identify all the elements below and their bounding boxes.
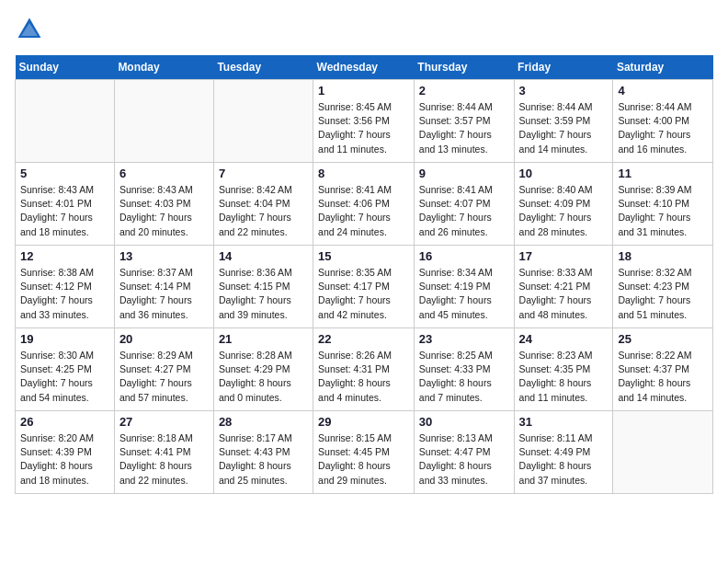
day-number: 12: [20, 249, 109, 263]
calendar-cell: 16Sunrise: 8:34 AM Sunset: 4:19 PM Dayli…: [414, 246, 514, 328]
cell-content: Sunrise: 8:43 AM Sunset: 4:03 PM Dayligh…: [119, 183, 209, 239]
calendar-cell: 1Sunrise: 8:45 AM Sunset: 3:56 PM Daylig…: [313, 80, 415, 163]
calendar-cell: 13Sunrise: 8:37 AM Sunset: 4:14 PM Dayli…: [114, 246, 213, 328]
calendar-cell: 11Sunrise: 8:39 AM Sunset: 4:10 PM Dayli…: [613, 163, 713, 246]
cell-content: Sunrise: 8:41 AM Sunset: 4:07 PM Dayligh…: [419, 183, 509, 239]
day-number: 28: [219, 415, 308, 429]
logo-icon: [15, 15, 44, 44]
cell-content: Sunrise: 8:34 AM Sunset: 4:19 PM Dayligh…: [419, 266, 509, 322]
weekday-header: Monday: [114, 55, 213, 80]
cell-content: Sunrise: 8:22 AM Sunset: 4:37 PM Dayligh…: [618, 349, 708, 405]
calendar-cell: 29Sunrise: 8:15 AM Sunset: 4:45 PM Dayli…: [313, 411, 415, 494]
day-number: 23: [419, 332, 509, 346]
calendar-cell: [114, 80, 213, 163]
cell-content: Sunrise: 8:13 AM Sunset: 4:47 PM Dayligh…: [419, 431, 509, 488]
calendar-cell: 2Sunrise: 8:44 AM Sunset: 3:57 PM Daylig…: [414, 80, 514, 163]
cell-content: Sunrise: 8:28 AM Sunset: 4:29 PM Dayligh…: [219, 349, 308, 405]
cell-content: Sunrise: 8:44 AM Sunset: 3:59 PM Dayligh…: [519, 100, 609, 156]
calendar-cell: 22Sunrise: 8:26 AM Sunset: 4:31 PM Dayli…: [313, 328, 415, 411]
day-number: 13: [119, 249, 209, 263]
cell-content: Sunrise: 8:40 AM Sunset: 4:09 PM Dayligh…: [519, 183, 609, 239]
cell-content: Sunrise: 8:44 AM Sunset: 3:57 PM Dayligh…: [419, 100, 509, 156]
day-number: 19: [20, 332, 109, 346]
day-number: 31: [519, 415, 609, 429]
day-number: 9: [419, 167, 509, 180]
cell-content: Sunrise: 8:26 AM Sunset: 4:31 PM Dayligh…: [318, 349, 409, 405]
weekday-header: Saturday: [613, 55, 713, 80]
day-number: 26: [20, 415, 109, 429]
calendar-cell: 9Sunrise: 8:41 AM Sunset: 4:07 PM Daylig…: [414, 163, 514, 246]
calendar-body: 1Sunrise: 8:45 AM Sunset: 3:56 PM Daylig…: [16, 80, 713, 494]
weekday-header: Friday: [514, 55, 613, 80]
calendar-cell: 4Sunrise: 8:44 AM Sunset: 4:00 PM Daylig…: [613, 80, 713, 163]
day-number: 15: [318, 249, 409, 263]
day-number: 3: [519, 84, 609, 98]
cell-content: Sunrise: 8:35 AM Sunset: 4:17 PM Dayligh…: [318, 266, 409, 322]
calendar-cell: 20Sunrise: 8:29 AM Sunset: 4:27 PM Dayli…: [114, 328, 213, 411]
day-number: 4: [618, 84, 708, 98]
day-number: 24: [519, 332, 609, 346]
calendar-cell: 5Sunrise: 8:43 AM Sunset: 4:01 PM Daylig…: [16, 163, 115, 246]
cell-content: Sunrise: 8:38 AM Sunset: 4:12 PM Dayligh…: [20, 266, 109, 322]
calendar-cell: [613, 411, 713, 494]
day-number: 8: [318, 167, 409, 180]
calendar-cell: 8Sunrise: 8:41 AM Sunset: 4:06 PM Daylig…: [313, 163, 415, 246]
calendar-cell: 25Sunrise: 8:22 AM Sunset: 4:37 PM Dayli…: [613, 328, 713, 411]
day-number: 6: [119, 167, 209, 180]
day-number: 10: [519, 167, 609, 180]
day-number: 22: [318, 332, 409, 346]
cell-content: Sunrise: 8:15 AM Sunset: 4:45 PM Dayligh…: [318, 431, 409, 488]
cell-content: Sunrise: 8:11 AM Sunset: 4:49 PM Dayligh…: [519, 431, 609, 488]
week-row: 19Sunrise: 8:30 AM Sunset: 4:25 PM Dayli…: [16, 328, 713, 411]
weekday-header: Tuesday: [213, 55, 313, 80]
cell-content: Sunrise: 8:25 AM Sunset: 4:33 PM Dayligh…: [419, 349, 509, 405]
week-row: 1Sunrise: 8:45 AM Sunset: 3:56 PM Daylig…: [16, 80, 713, 163]
calendar-cell: 28Sunrise: 8:17 AM Sunset: 4:43 PM Dayli…: [213, 411, 313, 494]
cell-content: Sunrise: 8:20 AM Sunset: 4:39 PM Dayligh…: [20, 431, 109, 488]
day-number: 29: [318, 415, 409, 429]
calendar-cell: 14Sunrise: 8:36 AM Sunset: 4:15 PM Dayli…: [213, 246, 313, 328]
page-header: [15, 15, 713, 44]
calendar-cell: 12Sunrise: 8:38 AM Sunset: 4:12 PM Dayli…: [16, 246, 115, 328]
calendar-cell: 17Sunrise: 8:33 AM Sunset: 4:21 PM Dayli…: [514, 246, 613, 328]
day-number: 2: [419, 84, 509, 98]
cell-content: Sunrise: 8:18 AM Sunset: 4:41 PM Dayligh…: [119, 431, 209, 488]
weekday-header: Wednesday: [313, 55, 415, 80]
calendar-cell: 24Sunrise: 8:23 AM Sunset: 4:35 PM Dayli…: [514, 328, 613, 411]
calendar-cell: 23Sunrise: 8:25 AM Sunset: 4:33 PM Dayli…: [414, 328, 514, 411]
week-row: 12Sunrise: 8:38 AM Sunset: 4:12 PM Dayli…: [16, 246, 713, 328]
cell-content: Sunrise: 8:36 AM Sunset: 4:15 PM Dayligh…: [219, 266, 308, 322]
calendar-cell: 7Sunrise: 8:42 AM Sunset: 4:04 PM Daylig…: [213, 163, 313, 246]
day-number: 1: [318, 84, 409, 98]
cell-content: Sunrise: 8:45 AM Sunset: 3:56 PM Dayligh…: [318, 100, 409, 156]
calendar-cell: 27Sunrise: 8:18 AM Sunset: 4:41 PM Dayli…: [114, 411, 213, 494]
cell-content: Sunrise: 8:32 AM Sunset: 4:23 PM Dayligh…: [618, 266, 708, 322]
day-number: 17: [519, 249, 609, 263]
day-number: 25: [618, 332, 708, 346]
cell-content: Sunrise: 8:23 AM Sunset: 4:35 PM Dayligh…: [519, 349, 609, 405]
weekday-header: Sunday: [16, 55, 115, 80]
calendar-cell: 18Sunrise: 8:32 AM Sunset: 4:23 PM Dayli…: [613, 246, 713, 328]
cell-content: Sunrise: 8:33 AM Sunset: 4:21 PM Dayligh…: [519, 266, 609, 322]
calendar-cell: 15Sunrise: 8:35 AM Sunset: 4:17 PM Dayli…: [313, 246, 415, 328]
cell-content: Sunrise: 8:30 AM Sunset: 4:25 PM Dayligh…: [20, 349, 109, 405]
day-number: 21: [219, 332, 308, 346]
weekday-header: Thursday: [414, 55, 514, 80]
day-number: 11: [618, 167, 708, 180]
cell-content: Sunrise: 8:44 AM Sunset: 4:00 PM Dayligh…: [618, 100, 708, 156]
day-number: 14: [219, 249, 308, 263]
calendar-cell: 6Sunrise: 8:43 AM Sunset: 4:03 PM Daylig…: [114, 163, 213, 246]
weekday-row: SundayMondayTuesdayWednesdayThursdayFrid…: [16, 55, 713, 80]
calendar-cell: 31Sunrise: 8:11 AM Sunset: 4:49 PM Dayli…: [514, 411, 613, 494]
calendar-cell: [213, 80, 313, 163]
calendar-table: SundayMondayTuesdayWednesdayThursdayFrid…: [15, 55, 713, 494]
day-number: 30: [419, 415, 509, 429]
cell-content: Sunrise: 8:39 AM Sunset: 4:10 PM Dayligh…: [618, 183, 708, 239]
day-number: 27: [119, 415, 209, 429]
calendar-cell: 10Sunrise: 8:40 AM Sunset: 4:09 PM Dayli…: [514, 163, 613, 246]
logo: [15, 15, 48, 44]
calendar-cell: 19Sunrise: 8:30 AM Sunset: 4:25 PM Dayli…: [16, 328, 115, 411]
calendar-cell: 30Sunrise: 8:13 AM Sunset: 4:47 PM Dayli…: [414, 411, 514, 494]
day-number: 18: [618, 249, 708, 263]
calendar-cell: 26Sunrise: 8:20 AM Sunset: 4:39 PM Dayli…: [16, 411, 115, 494]
